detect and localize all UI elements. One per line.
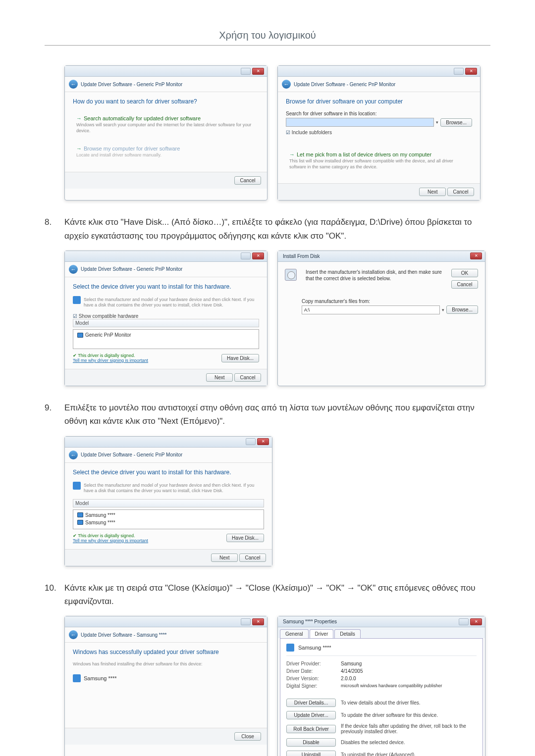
desc-update: To update the driver software for this d… bbox=[341, 712, 477, 718]
breadcrumb-text: Update Driver Software - Generic PnP Mon… bbox=[81, 82, 182, 87]
next-button[interactable]: Next bbox=[419, 188, 446, 196]
min-icon[interactable] bbox=[241, 252, 251, 259]
option-subtitle: Windows will search your computer and th… bbox=[76, 122, 256, 134]
option-subtitle: This list will show installed driver sof… bbox=[289, 158, 469, 170]
min-icon[interactable] bbox=[241, 68, 251, 75]
breadcrumb: ← Update Driver Software - Generic PnP M… bbox=[65, 448, 272, 463]
option-title: Search automatically for updated driver … bbox=[76, 115, 256, 121]
list-item[interactable]: Generic PnP Monitor bbox=[75, 331, 257, 339]
back-icon[interactable]: ← bbox=[69, 451, 78, 459]
update-driver-button[interactable]: Update Driver... bbox=[286, 711, 336, 719]
close-icon[interactable]: ✕ bbox=[470, 252, 482, 259]
dialog-device-properties: Samsung **** Properties ✕ General Driver… bbox=[277, 616, 485, 756]
rollback-button[interactable]: Roll Back Driver bbox=[286, 725, 336, 733]
titlebar: ✕ bbox=[65, 437, 272, 448]
desc-disable: Disables the selected device. bbox=[341, 740, 477, 745]
have-disk-button[interactable]: Have Disk... bbox=[226, 534, 264, 542]
next-button[interactable]: Next bbox=[211, 554, 238, 562]
next-button[interactable]: Next bbox=[206, 373, 233, 382]
titlebar: ✕ bbox=[65, 251, 267, 262]
screenshot-row-1: ✕ ← Update Driver Software - Generic PnP… bbox=[64, 65, 490, 201]
tab-details[interactable]: Details bbox=[334, 629, 361, 638]
prompt-text: How do you want to search for driver sof… bbox=[73, 98, 259, 105]
label-version: Driver Version: bbox=[286, 676, 341, 681]
dialog-title: Install From Disk bbox=[281, 253, 320, 259]
breadcrumb: ← Update Driver Software - Generic PnP M… bbox=[65, 262, 267, 277]
close-icon[interactable]: ✕ bbox=[252, 68, 264, 75]
back-icon[interactable]: ← bbox=[282, 80, 291, 89]
dialog-browse-location: ✕ ← Update Driver Software - Generic PnP… bbox=[277, 65, 481, 201]
min-icon[interactable] bbox=[246, 438, 256, 445]
option-browse-computer[interactable]: Browse my computer for driver software L… bbox=[73, 141, 259, 163]
tab-driver[interactable]: Driver bbox=[310, 629, 334, 638]
tab-general[interactable]: General bbox=[280, 629, 309, 638]
help-icon[interactable] bbox=[459, 618, 469, 625]
min-icon[interactable] bbox=[454, 68, 464, 75]
close-icon[interactable]: ✕ bbox=[465, 68, 477, 75]
label-provider: Driver Provider: bbox=[286, 661, 341, 666]
desc-details: To view details about the driver files. bbox=[341, 700, 477, 706]
option-subtitle: Locate and install driver software manua… bbox=[76, 152, 256, 158]
dropdown-icon[interactable]: ▾ bbox=[442, 307, 444, 312]
cancel-button[interactable]: Cancel bbox=[234, 176, 261, 185]
desc-uninstall: To uninstall the driver (Advanced). bbox=[341, 752, 477, 756]
close-icon[interactable]: ✕ bbox=[252, 618, 264, 625]
breadcrumb-text: Update Driver Software - Generic PnP Mon… bbox=[294, 82, 395, 87]
why-signing-link[interactable]: Tell me why driver signing is important bbox=[73, 358, 148, 363]
path-input[interactable] bbox=[286, 118, 434, 127]
option-title: Let me pick from a list of device driver… bbox=[289, 151, 469, 157]
back-icon[interactable]: ← bbox=[69, 80, 78, 89]
browse-button[interactable]: Browse... bbox=[446, 305, 478, 314]
cancel-button[interactable]: Cancel bbox=[239, 554, 266, 562]
disable-button[interactable]: Disable bbox=[286, 738, 336, 747]
show-compatible-checkbox[interactable]: Show compatible hardware bbox=[73, 313, 259, 319]
step-9: 9. Επιλέξτε το μοντέλο που αντιστοιχεί σ… bbox=[45, 401, 490, 428]
list-header: Model bbox=[73, 499, 264, 507]
copy-from-input[interactable] bbox=[302, 305, 440, 314]
label-signer: Digital Signer: bbox=[286, 683, 341, 689]
prompt-subtitle: Select the manufacturer and model of you… bbox=[84, 297, 259, 308]
close-button[interactable]: Close bbox=[234, 732, 261, 741]
dialog-select-driver: ✕ ← Update Driver Software - Generic PnP… bbox=[64, 251, 268, 386]
close-icon[interactable]: ✕ bbox=[257, 438, 269, 445]
model-list[interactable]: Generic PnP Monitor bbox=[73, 329, 259, 349]
min-icon[interactable] bbox=[241, 618, 251, 625]
dialog-title: Samsung **** Properties bbox=[281, 619, 337, 624]
have-disk-button[interactable]: Have Disk... bbox=[221, 354, 259, 362]
screenshot-row-4: ✕ ← Update Driver Software - Samsung ***… bbox=[64, 616, 490, 756]
step-10: 10. Κάντε κλικ με τη σειρά στα "Close (Κ… bbox=[45, 581, 490, 608]
close-icon[interactable]: ✕ bbox=[252, 252, 264, 259]
list-item[interactable]: Samsung **** bbox=[75, 511, 262, 519]
monitor-icon bbox=[77, 520, 83, 525]
browse-button[interactable]: Browse... bbox=[440, 118, 472, 127]
device-name: Samsung **** bbox=[84, 675, 117, 681]
back-icon[interactable]: ← bbox=[69, 630, 78, 639]
cancel-button[interactable]: Cancel bbox=[451, 280, 478, 289]
model-list[interactable]: Samsung **** Samsung **** bbox=[73, 509, 264, 529]
titlebar: Install From Disk ✕ bbox=[278, 251, 485, 262]
list-item[interactable]: Samsung **** bbox=[75, 519, 262, 526]
prompt-subtitle: Select the manufacturer and model of you… bbox=[84, 483, 264, 494]
ok-button[interactable]: OK bbox=[451, 269, 478, 277]
monitor-icon bbox=[73, 482, 81, 490]
breadcrumb: ← Update Driver Software - Samsung **** bbox=[65, 627, 267, 643]
uninstall-button[interactable]: Uninstall bbox=[286, 751, 336, 756]
success-subtitle: Windows has finished installing the driv… bbox=[73, 661, 259, 667]
why-signing-link[interactable]: Tell me why driver signing is important bbox=[73, 538, 148, 543]
cancel-button[interactable]: Cancel bbox=[447, 188, 474, 196]
breadcrumb: ← Update Driver Software - Generic PnP M… bbox=[65, 77, 267, 92]
cancel-button[interactable]: Cancel bbox=[234, 373, 261, 382]
monitor-icon bbox=[73, 674, 81, 682]
dropdown-icon[interactable]: ▾ bbox=[436, 120, 438, 125]
value-date: 4/14/2005 bbox=[341, 668, 363, 674]
driver-details-button[interactable]: Driver Details... bbox=[286, 699, 336, 707]
option-pick-from-list[interactable]: Let me pick from a list of device driver… bbox=[286, 147, 472, 174]
screenshot-row-3: ✕ ← Update Driver Software - Generic PnP… bbox=[64, 436, 490, 566]
header-rule bbox=[45, 45, 490, 46]
close-icon[interactable]: ✕ bbox=[470, 618, 482, 625]
include-subfolders-checkbox[interactable]: Include subfolders bbox=[286, 130, 472, 135]
copy-from-label: Copy manufacturer's files from: bbox=[302, 299, 478, 304]
option-auto-search[interactable]: Search automatically for updated driver … bbox=[73, 111, 259, 138]
back-icon[interactable]: ← bbox=[69, 265, 78, 274]
list-item-label: Generic PnP Monitor bbox=[85, 332, 131, 338]
